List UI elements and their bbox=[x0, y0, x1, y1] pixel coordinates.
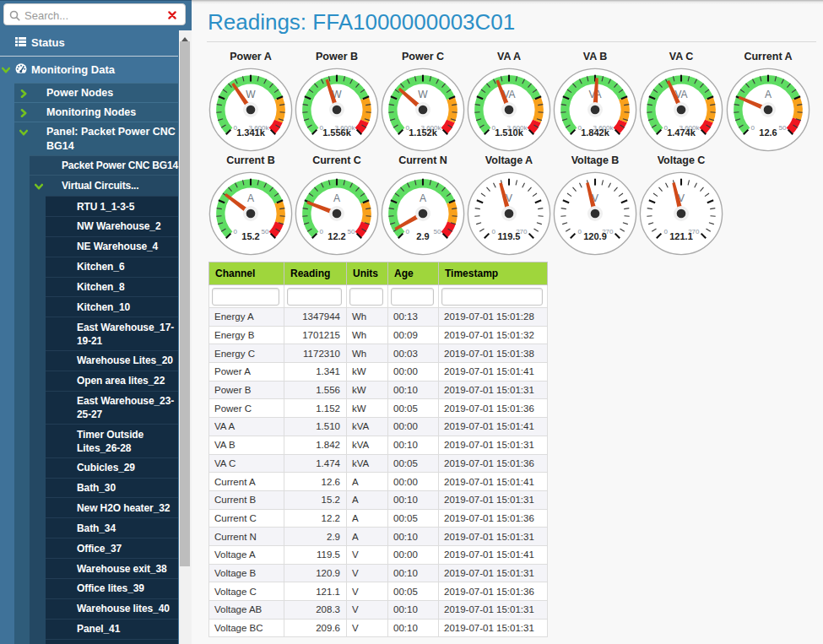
svg-text:0: 0 bbox=[751, 124, 755, 132]
svg-text:0: 0 bbox=[664, 228, 669, 235]
svg-text:A: A bbox=[765, 89, 772, 100]
svg-text:120.9: 120.9 bbox=[583, 231, 607, 241]
svg-text:1.341k: 1.341k bbox=[236, 127, 266, 138]
svg-text:0: 0 bbox=[234, 228, 238, 235]
svg-text:2.9: 2.9 bbox=[416, 231, 429, 241]
svg-text:15.2: 15.2 bbox=[241, 231, 259, 241]
svg-text:119.5: 119.5 bbox=[498, 231, 521, 241]
svg-text:50: 50 bbox=[779, 124, 787, 132]
svg-text:1.510k: 1.510k bbox=[495, 127, 524, 138]
svg-text:1.474k: 1.474k bbox=[667, 127, 696, 138]
svg-text:1.842k: 1.842k bbox=[581, 127, 610, 138]
svg-text:50: 50 bbox=[348, 228, 355, 235]
svg-text:1.556k: 1.556k bbox=[322, 127, 352, 138]
svg-text:121.1: 121.1 bbox=[669, 231, 693, 241]
svg-text:1.152k: 1.152k bbox=[409, 127, 438, 138]
svg-text:A: A bbox=[247, 192, 254, 204]
svg-text:W: W bbox=[418, 89, 428, 100]
svg-text:A: A bbox=[333, 192, 340, 204]
svg-text:A: A bbox=[420, 192, 426, 204]
svg-text:0: 0 bbox=[492, 228, 496, 235]
svg-text:0: 0 bbox=[578, 228, 582, 235]
svg-text:50: 50 bbox=[434, 228, 441, 235]
svg-text:50: 50 bbox=[262, 228, 269, 235]
svg-text:W: W bbox=[246, 89, 256, 100]
svg-text:12.6: 12.6 bbox=[759, 127, 777, 138]
svg-text:12.2: 12.2 bbox=[328, 231, 345, 241]
svg-text:0: 0 bbox=[406, 228, 410, 235]
svg-text:0: 0 bbox=[320, 228, 324, 235]
